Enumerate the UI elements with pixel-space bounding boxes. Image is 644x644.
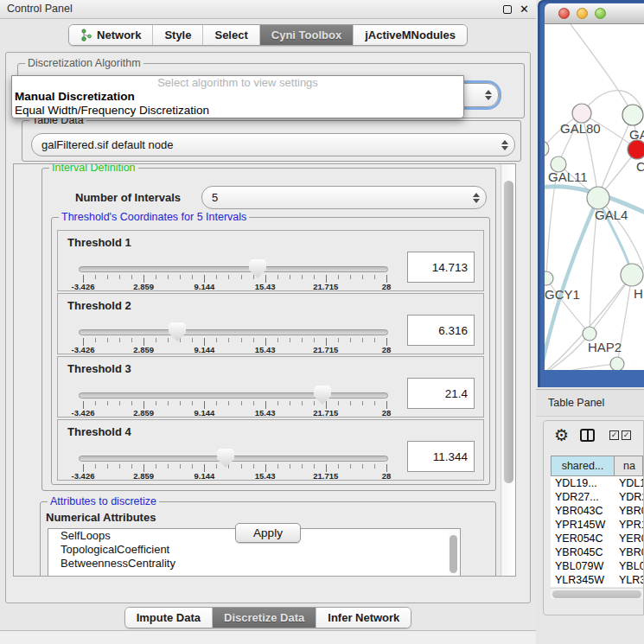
algorithm-option-equal-width[interactable]: Equal Width/Frequency Discretization bbox=[12, 104, 463, 118]
node[interactable] bbox=[622, 105, 643, 125]
apply-button[interactable]: Apply bbox=[235, 523, 301, 543]
node-table: shared... na YDL19...YDL1 YDR27...YDR2 Y… bbox=[551, 456, 643, 587]
number-of-intervals-label: Number of Intervals bbox=[75, 191, 181, 204]
combobox-spinner-icon bbox=[495, 140, 514, 150]
interval-definition-label: Interval Definition bbox=[49, 163, 138, 174]
tab-network-label: Network bbox=[97, 29, 141, 41]
svg-text:H: H bbox=[634, 286, 643, 301]
network-canvas[interactable]: GAL80 GA C GAL11 GAL4 GCY1 H HAP2 bbox=[545, 24, 644, 370]
threshold-3-value-field[interactable] bbox=[407, 378, 475, 409]
table-row[interactable]: YLR345WYLR3 bbox=[551, 573, 643, 587]
slider-scale-labels: -3.4262.8599.14415.4321.71528 bbox=[83, 345, 386, 354]
threshold-row-2: Threshold 2 -3.4262.8599.14415.4321.7152… bbox=[57, 293, 484, 354]
threshold-row-4: Threshold 4 -3.4262.8599.14415.4321.7152… bbox=[57, 419, 484, 481]
threshold-3-slider-track[interactable] bbox=[79, 392, 388, 399]
threshold-2-label: Threshold 2 bbox=[67, 299, 131, 312]
scrollbar-thumb[interactable] bbox=[552, 590, 641, 598]
node[interactable] bbox=[545, 141, 549, 156]
threshold-3-label: Threshold 3 bbox=[67, 362, 131, 375]
panel-title: Control Panel bbox=[7, 3, 73, 15]
checkbox-icon[interactable]: ✓ bbox=[609, 430, 619, 440]
table-data-combobox[interactable]: galFiltered.sif default node bbox=[31, 133, 515, 156]
svg-text:GAL4: GAL4 bbox=[595, 207, 628, 222]
slider-scale-labels: -3.4262.8599.14415.4321.71528 bbox=[83, 408, 386, 418]
table-row[interactable]: YPR145WYPR1 bbox=[551, 518, 643, 532]
threshold-1-slider-track[interactable] bbox=[79, 266, 388, 272]
table-horizontal-scrollbar[interactable] bbox=[551, 588, 643, 599]
table-panel-title: Table Panel bbox=[548, 397, 604, 409]
tab-infer-network[interactable]: Infer Network bbox=[316, 608, 411, 628]
tab-style[interactable]: Style bbox=[153, 25, 203, 45]
mac-close-button[interactable] bbox=[558, 8, 570, 19]
discretization-algorithm-label: Discretization Algorithm bbox=[25, 57, 143, 69]
thresholds-group: Threshold's Coordinates for 5 Intervals … bbox=[51, 217, 490, 485]
mac-zoom-button[interactable] bbox=[595, 8, 606, 19]
algorithm-dropdown-popup: Select algorithm to view settings Manual… bbox=[11, 75, 464, 118]
table-row[interactable]: YBR045CYBR0 bbox=[551, 545, 643, 559]
svg-text:GAL11: GAL11 bbox=[548, 169, 588, 184]
tab-impute-data[interactable]: Impute Data bbox=[125, 608, 213, 628]
threshold-4-value-field[interactable] bbox=[407, 441, 475, 472]
table-panel-titlebar: Table Panel bbox=[536, 389, 644, 417]
slider-scale-labels: -3.4262.8599.14415.4321.71528 bbox=[83, 282, 386, 291]
table-row[interactable]: YBL079WYBL0 bbox=[551, 559, 643, 573]
network-view-window: GAL80 GA C GAL11 GAL4 GCY1 H HAP2 bbox=[538, 0, 644, 387]
gear-icon[interactable]: ⚙ bbox=[554, 425, 569, 445]
threshold-1-value-field[interactable] bbox=[407, 252, 475, 283]
node-red[interactable] bbox=[628, 140, 644, 159]
tab-jactivemnodules[interactable]: jActiveMNodules bbox=[354, 25, 467, 45]
settings-vertical-scrollbar[interactable] bbox=[501, 164, 515, 576]
tab-network[interactable]: Network bbox=[69, 25, 153, 45]
combobox-spinner-icon bbox=[467, 193, 486, 203]
threshold-row-3: Threshold 3 -3.4262.8599.14415.4321.7152… bbox=[57, 356, 484, 418]
table-row[interactable]: YBR043CYBR0 bbox=[551, 504, 643, 518]
number-of-intervals-combobox[interactable]: 5 bbox=[201, 186, 487, 209]
table-row[interactable]: YER054CYER0 bbox=[551, 532, 643, 545]
node-hap2[interactable] bbox=[583, 327, 596, 341]
table-row[interactable]: YDR27...YDR2 bbox=[551, 490, 643, 504]
svg-text:C: C bbox=[636, 159, 644, 174]
node-gal80[interactable] bbox=[572, 104, 591, 123]
slider-scale-labels: -3.4262.8599.14415.4321.71528 bbox=[83, 471, 386, 481]
apply-strip: Apply bbox=[6, 518, 530, 547]
control-panel: Control Panel ✕ Network Style Select Cyn… bbox=[0, 0, 536, 644]
float-window-icon[interactable] bbox=[503, 5, 512, 14]
threshold-4-label: Threshold 4 bbox=[67, 425, 131, 438]
algorithm-placeholder-option: Select algorithm to view settings bbox=[12, 76, 463, 90]
table-panel-window: ⚙ ✓ ✓ shared... na YDL19...YDL1 YDR27...… bbox=[543, 420, 644, 615]
threshold-2-slider-track[interactable] bbox=[79, 329, 388, 335]
node[interactable] bbox=[621, 264, 643, 286]
node-gal4[interactable] bbox=[587, 187, 609, 209]
tab-discretize-data[interactable]: Discretize Data bbox=[213, 608, 316, 628]
table-toolbar: ⚙ ✓ ✓ bbox=[544, 421, 643, 454]
network-window-titlebar[interactable] bbox=[545, 3, 644, 24]
threshold-2-value-field[interactable] bbox=[407, 315, 475, 346]
tab-select[interactable]: Select bbox=[203, 25, 259, 45]
network-graph: GAL80 GA C GAL11 GAL4 GCY1 H HAP2 bbox=[545, 24, 644, 370]
split-view-icon[interactable] bbox=[580, 429, 595, 442]
column-header-shared-name[interactable]: shared... bbox=[551, 456, 615, 476]
threshold-row-1: Threshold 1 -3.4262.8599.14415.4321.7152… bbox=[57, 230, 484, 291]
algorithm-option-manual[interactable]: Manual Discretization bbox=[12, 90, 463, 104]
bottom-tab-bar: Impute Data Discretize Data Infer Networ… bbox=[0, 607, 536, 628]
combobox-spinner-icon bbox=[479, 90, 498, 100]
threshold-1-label: Threshold 1 bbox=[67, 236, 131, 249]
mac-minimize-button[interactable] bbox=[577, 8, 588, 19]
node-gcy1[interactable] bbox=[545, 271, 553, 285]
scrollbar-thumb[interactable] bbox=[504, 181, 513, 483]
attribute-item[interactable]: BetweennessCentrality bbox=[48, 557, 460, 571]
right-column: GAL80 GA C GAL11 GAL4 GCY1 H HAP2 Table … bbox=[536, 0, 644, 644]
control-panel-titlebar: Control Panel ✕ bbox=[0, 0, 536, 19]
tab-cyni-toolbox[interactable]: Cyni Toolbox bbox=[260, 25, 354, 45]
top-tab-bar: Network Style Select Cyni Toolbox jActiv… bbox=[0, 24, 536, 46]
column-header-name[interactable]: na bbox=[615, 456, 643, 476]
settings-scrollpane: Interval Definition Number of Intervals … bbox=[13, 163, 516, 577]
close-panel-icon[interactable]: ✕ bbox=[520, 3, 529, 16]
svg-text:GCY1: GCY1 bbox=[545, 287, 580, 302]
network-icon bbox=[80, 29, 92, 41]
svg-text:HAP2: HAP2 bbox=[588, 340, 622, 354]
node[interactable] bbox=[610, 357, 624, 370]
table-header-row: shared... na bbox=[551, 456, 643, 476]
checkbox-icon[interactable]: ✓ bbox=[622, 430, 631, 440]
table-row[interactable]: YDL19...YDL1 bbox=[551, 476, 643, 490]
